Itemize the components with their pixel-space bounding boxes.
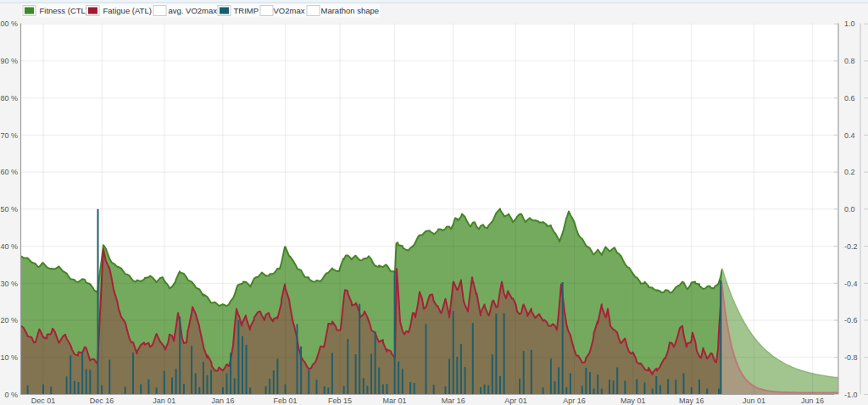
svg-text:-1.0: -1.0 — [844, 391, 858, 399]
svg-text:VO2max: VO2max — [274, 6, 305, 15]
svg-text:100 %: 100 % — [0, 19, 18, 28]
svg-text:40 %: 40 % — [0, 242, 18, 251]
svg-text:20 %: 20 % — [0, 316, 18, 325]
svg-text:May 16: May 16 — [679, 397, 704, 405]
svg-text:-0.8: -0.8 — [844, 353, 858, 362]
svg-text:Mar 16: Mar 16 — [442, 397, 465, 405]
svg-text:Mar 01: Mar 01 — [383, 397, 407, 405]
svg-text:avg. VO2max: avg. VO2max — [169, 6, 218, 15]
svg-text:60 %: 60 % — [0, 168, 18, 176]
svg-text:70 %: 70 % — [0, 131, 18, 140]
svg-text:10 %: 10 % — [0, 353, 18, 362]
svg-text:Jan 16: Jan 16 — [211, 397, 234, 405]
svg-text:0.6: 0.6 — [844, 94, 855, 103]
svg-text:0.8: 0.8 — [844, 57, 855, 65]
svg-text:Fitness (CTL): Fitness (CTL) — [40, 6, 89, 15]
svg-text:50 %: 50 % — [0, 205, 18, 214]
svg-text:Dec 16: Dec 16 — [90, 397, 114, 405]
svg-text:1.0: 1.0 — [844, 19, 855, 28]
svg-text:0.2: 0.2 — [844, 168, 855, 176]
svg-text:-0.4: -0.4 — [844, 280, 858, 288]
svg-text:90 %: 90 % — [0, 57, 18, 65]
svg-text:Feb 15: Feb 15 — [328, 397, 352, 405]
svg-text:Apr 01: Apr 01 — [504, 397, 527, 405]
svg-text:0 %: 0 % — [4, 391, 18, 399]
svg-text:0.4: 0.4 — [844, 131, 855, 140]
svg-text:80 %: 80 % — [0, 94, 18, 103]
svg-text:-0.6: -0.6 — [844, 316, 858, 325]
svg-text:Fatigue (ATL): Fatigue (ATL) — [103, 6, 152, 15]
svg-text:Jan 01: Jan 01 — [153, 397, 175, 405]
svg-text:Jun 16: Jun 16 — [801, 397, 824, 405]
svg-text:TRIMP: TRIMP — [234, 6, 259, 15]
svg-text:30 %: 30 % — [0, 280, 18, 288]
svg-text:Dec 01: Dec 01 — [31, 397, 56, 405]
svg-text:0.0: 0.0 — [844, 205, 855, 214]
svg-text:Feb 01: Feb 01 — [274, 397, 298, 405]
svg-text:Marathon shape: Marathon shape — [321, 6, 380, 15]
svg-text:Apr 16: Apr 16 — [563, 397, 586, 405]
svg-text:May 01: May 01 — [620, 397, 646, 405]
svg-text:Jun 01: Jun 01 — [743, 397, 765, 405]
svg-text:-0.2: -0.2 — [844, 242, 858, 251]
